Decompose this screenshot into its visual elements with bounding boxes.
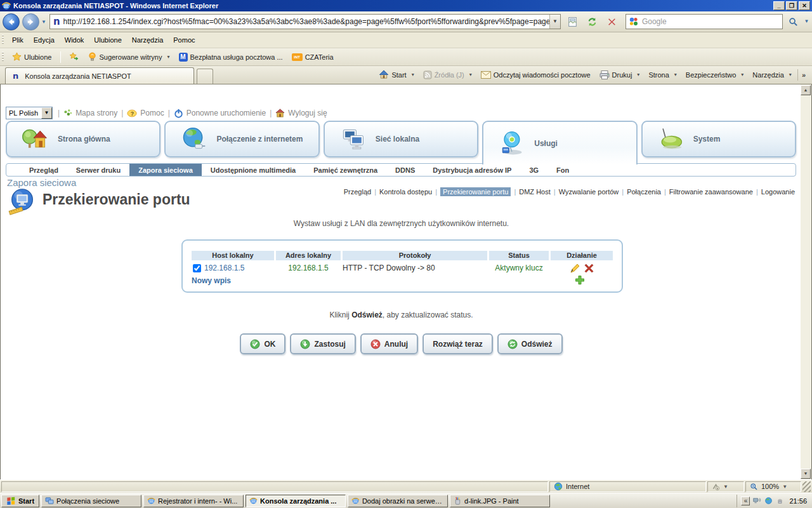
apply-button[interactable]: Zastosuj — [290, 333, 355, 354]
tab-favicon: n — [10, 71, 22, 81]
subnav-dystrybucja-adresow-ip[interactable]: Dystrybucja adresów IP — [424, 164, 520, 176]
tray-wireless-icon[interactable] — [776, 497, 784, 505]
host-link[interactable]: 192.168.1.5 — [204, 264, 244, 272]
subnav-zapora-sieciowa[interactable]: Zapora sieciowa — [129, 164, 202, 176]
delete-x-icon[interactable] — [584, 264, 594, 273]
add-entry-button[interactable] — [549, 275, 611, 286]
forward-button[interactable] — [22, 13, 39, 30]
tools-menu-button[interactable]: Narzędzia — [748, 69, 796, 81]
history-dropdown-icon[interactable]: ▼ — [41, 19, 46, 25]
link-przekierowanie-portu[interactable]: Przekierowanie portu — [432, 188, 511, 196]
menu-bar: Plik Edycja Widok Ulubione Narzędzia Pom… — [0, 32, 812, 48]
tray-chevron-button[interactable]: « — [741, 497, 750, 505]
ok-button[interactable]: OK — [240, 333, 285, 354]
taskbar-item-konsola-zarzadzania[interactable]: Konsola zarządzania ... — [246, 495, 346, 507]
language-select[interactable]: PL Polish ▼ — [6, 107, 53, 119]
tab-uslugi[interactable]: Usługi — [482, 121, 637, 164]
overflow-chevron-button[interactable]: » — [799, 71, 808, 79]
favorites-button[interactable]: Ulubione — [7, 50, 56, 64]
search-button[interactable] — [785, 14, 802, 29]
refresh-status-button[interactable]: Odśwież — [497, 333, 563, 354]
security-menu-button[interactable]: Bezpieczeństwo — [681, 69, 749, 81]
printer-icon — [599, 70, 610, 79]
minimize-button[interactable]: _ — [773, 1, 785, 10]
restore-button[interactable]: ❐ — [786, 1, 797, 10]
url-input[interactable] — [63, 15, 549, 28]
subnav-3g[interactable]: 3G — [520, 164, 547, 176]
tab-siec-lokalna[interactable]: Sieć lokalna — [324, 121, 478, 157]
stop-button[interactable] — [605, 14, 620, 29]
favbar-grip — [2, 52, 4, 62]
reboot-link[interactable]: Ponowne uruchomienie — [170, 109, 270, 118]
subnav-udostepnione-multimedia[interactable]: Udostępnione multimedia — [202, 164, 304, 176]
page-menu-button[interactable]: Strona — [644, 69, 681, 81]
back-button[interactable] — [3, 13, 20, 30]
feeds-button[interactable]: Źródła (J) — [419, 68, 476, 82]
subnav-serwer-druku[interactable]: Serwer druku — [67, 164, 129, 176]
menu-edycja[interactable]: Edycja — [29, 34, 60, 46]
taskbar-item-polaczenia-sieciowe[interactable]: Połączenia sieciowe — [41, 495, 141, 507]
menu-pomoc[interactable]: Pomoc — [168, 34, 200, 46]
compatibility-view-button[interactable] — [565, 14, 580, 29]
suggested-sites-button[interactable]: Sugerowane witryny — [84, 50, 174, 64]
new-tab-button[interactable] — [197, 69, 213, 84]
main-navigation-tabs: Strona główna Połączenie z internetem — [6, 121, 796, 164]
tray-audio-icon[interactable] — [753, 497, 761, 505]
help-link[interactable]: ? Pomoc — [123, 109, 167, 117]
tab-system[interactable]: System — [641, 121, 796, 157]
start-button[interactable]: Start — [1, 495, 39, 507]
protected-mode-segment[interactable]: ▼ — [707, 481, 744, 492]
read-mail-button[interactable]: Odczytaj wiadomości pocztowe — [476, 69, 595, 81]
sub-navigation: Przegląd Serwer druku Zapora sieciowa Ud… — [6, 163, 796, 177]
new-entry-row: Nowy wpis — [192, 275, 615, 286]
resolve-now-button[interactable]: Rozwiąż teraz — [422, 333, 493, 354]
new-entry-link[interactable]: Nowy wpis — [192, 276, 549, 285]
url-dropdown-button[interactable]: ▼ — [549, 15, 560, 29]
czateria-link[interactable]: INT CZATeria — [287, 51, 338, 63]
action-buttons: OK Zastosuj Anuluj Rozwiąż teraz — [1, 333, 802, 354]
link-kontrola-dostepu[interactable]: Kontrola dostępu — [371, 188, 432, 196]
link-filtrowanie-zaawansowane[interactable]: Filtrowanie zaawansowane — [661, 188, 753, 196]
refresh-button[interactable] — [585, 14, 600, 29]
menu-ulubione[interactable]: Ulubione — [89, 34, 126, 46]
tab-strona-glowna[interactable]: Strona główna — [6, 121, 160, 157]
mail-service-link[interactable]: M Bezpłatna usługa pocztowa ... — [174, 51, 287, 64]
subnav-ddns[interactable]: DDNS — [386, 164, 424, 176]
link-wyzwalanie-portow[interactable]: Wyzwalanie portów — [551, 188, 619, 196]
close-button[interactable]: ✕ — [799, 1, 810, 10]
zoom-segment[interactable]: 100% ▼ — [745, 481, 801, 492]
link-polaczenia[interactable]: Połączenia — [619, 188, 661, 196]
menu-narzedzia[interactable]: Narzędzia — [127, 34, 169, 46]
ie-icon — [351, 497, 360, 505]
scroll-down-button[interactable] — [801, 469, 811, 479]
search-box[interactable]: Google — [625, 14, 783, 29]
taskbar-item-dodaj-obrazki[interactable]: Dodaj obrazki na serwer ... — [348, 495, 448, 507]
subnav-przeglad[interactable]: Przegląd — [20, 164, 67, 176]
tray-network-icon[interactable] — [764, 497, 773, 505]
tab-polaczenie-z-internetem[interactable]: Połączenie z internetem — [164, 121, 319, 157]
link-dmz-host[interactable]: DMZ Host — [511, 188, 550, 196]
language-dropdown-icon[interactable]: ▼ — [41, 107, 52, 119]
browser-tab-active[interactable]: n Konsola zarządzania NETIASPOT — [5, 67, 194, 84]
print-button[interactable]: Drukuj — [595, 68, 645, 82]
cancel-button[interactable]: Anuluj — [360, 333, 418, 354]
utility-bar: PL Polish ▼ | Mapa strony | ? Pomoc | — [6, 107, 331, 119]
scroll-up-button[interactable] — [801, 85, 811, 95]
site-map-link[interactable]: Mapa strony — [60, 109, 121, 117]
menu-plik[interactable]: Plik — [7, 34, 29, 46]
search-dropdown-button[interactable]: ▼ — [802, 14, 811, 29]
taskbar-item-paint[interactable]: d-link.JPG - Paint — [450, 495, 550, 507]
add-favorite-button[interactable] — [65, 50, 84, 64]
subnav-pamiec-zewnetrzna[interactable]: Pamięć zewnętrzna — [304, 164, 386, 176]
window-titlebar: Konsola zarządzania NETIASPOT - Windows … — [0, 0, 812, 11]
home-button[interactable]: Start — [374, 67, 418, 82]
vertical-scrollbar[interactable] — [801, 84, 811, 479]
edit-pencil-icon[interactable] — [570, 263, 580, 273]
link-logowanie[interactable]: Logowanie — [753, 188, 795, 196]
subnav-fon[interactable]: Fon — [547, 164, 578, 176]
logout-link[interactable]: Wyloguj się — [272, 109, 331, 117]
link-przeglad[interactable]: Przegląd — [344, 188, 371, 196]
row-checkbox[interactable] — [193, 264, 201, 272]
menu-widok[interactable]: Widok — [60, 34, 89, 46]
taskbar-item-rejestrator[interactable]: Rejestrator i intern- - Wi... — [143, 495, 244, 507]
